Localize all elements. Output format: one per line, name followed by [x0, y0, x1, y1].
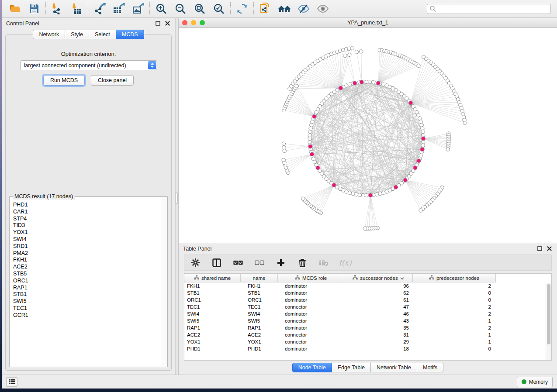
cell-name[interactable]: ACE2: [241, 331, 278, 338]
cell-name[interactable]: TEC1: [241, 303, 278, 310]
cell-name[interactable]: SWI4: [241, 310, 278, 317]
mcds-hub-node[interactable]: [360, 80, 363, 84]
network-node[interactable]: [310, 123, 313, 127]
network-node[interactable]: [350, 46, 354, 50]
zoom-selected-icon[interactable]: [209, 2, 228, 16]
mcds-hub-node[interactable]: [369, 193, 373, 197]
mcds-result-item[interactable]: RAP1: [13, 285, 161, 292]
cell-predecessor-nodes[interactable]: 0: [413, 289, 496, 296]
network-node[interactable]: [421, 127, 424, 130]
mcds-result-item[interactable]: ACE2: [13, 264, 161, 271]
cell-mcds-role[interactable]: dominator: [278, 282, 344, 289]
refresh-layout-icon[interactable]: [232, 2, 252, 16]
export-image-icon[interactable]: [128, 2, 148, 16]
cell-name[interactable]: YOX1: [241, 338, 278, 345]
deselect-all-checkboxes-icon[interactable]: [255, 258, 264, 268]
table-row[interactable]: FKH1FKH1dominator962: [184, 282, 551, 289]
cell-predecessor-nodes[interactable]: 2: [413, 303, 496, 310]
tab-node-table[interactable]: Node Table: [292, 363, 332, 372]
cell-mcds-role[interactable]: dominator: [278, 310, 344, 317]
cell-predecessor-nodes[interactable]: 0: [413, 296, 496, 303]
optimization-criterion-select[interactable]: largest connected component (undirected): [20, 60, 157, 70]
cell-name[interactable]: RAP1: [241, 324, 278, 331]
network-node[interactable]: [368, 80, 372, 84]
network-node[interactable]: [420, 123, 423, 127]
cell-shared-name[interactable]: ACE2: [184, 331, 241, 338]
run-mcds-button[interactable]: Run MCDS: [43, 75, 85, 86]
close-panel-icon[interactable]: [164, 20, 171, 27]
mcds-hub-node[interactable]: [316, 166, 320, 170]
cell-predecessor-nodes[interactable]: 1: [413, 338, 496, 345]
mcds-hub-node[interactable]: [403, 178, 407, 182]
cell-shared-name[interactable]: SWI5: [184, 317, 241, 324]
mcds-hub-node[interactable]: [422, 137, 426, 141]
zoom-fit-icon[interactable]: [190, 2, 209, 16]
cell-name[interactable]: ORC1: [241, 296, 278, 303]
close-window-icon[interactable]: [182, 20, 187, 25]
mcds-hub-node[interactable]: [413, 166, 417, 170]
mcds-hub-node[interactable]: [310, 152, 314, 156]
cell-mcds-role[interactable]: connector: [278, 303, 344, 310]
network-node[interactable]: [421, 130, 425, 134]
table-options-gear-icon[interactable]: [190, 258, 200, 268]
network-node[interactable]: [283, 149, 286, 152]
table-row[interactable]: STB1STB1dominator620: [184, 289, 551, 296]
tab-motifs[interactable]: Motifs: [417, 363, 443, 372]
first-neighbors-icon[interactable]: [275, 2, 294, 16]
cell-successor-nodes[interactable]: 62: [344, 289, 413, 296]
column-header-successor-nodes[interactable]: successor nodes: [344, 274, 413, 282]
table-row[interactable]: RAP1RAP1dominator352: [184, 324, 551, 331]
cell-predecessor-nodes[interactable]: 2: [413, 324, 496, 331]
network-node[interactable]: [382, 191, 385, 194]
table-row[interactable]: SWI4SWI4dominator462: [184, 310, 551, 317]
network-node[interactable]: [363, 227, 367, 230]
hide-selected-icon[interactable]: [294, 2, 313, 16]
mcds-hub-node[interactable]: [394, 185, 398, 189]
cell-predecessor-nodes[interactable]: 0: [413, 345, 496, 352]
delete-column-icon[interactable]: [298, 258, 307, 268]
mcds-result-item[interactable]: GCR1: [13, 312, 161, 319]
network-node[interactable]: [309, 127, 312, 130]
network-node[interactable]: [358, 193, 361, 196]
table-row[interactable]: ORC1ORC1dominator610: [184, 296, 551, 303]
search-field[interactable]: [427, 4, 551, 14]
cell-successor-nodes[interactable]: 96: [344, 282, 413, 289]
cell-shared-name[interactable]: SWI4: [184, 310, 241, 317]
mcds-result-item[interactable]: SRD1: [13, 243, 161, 250]
cell-mcds-role[interactable]: dominator: [278, 345, 344, 352]
network-node[interactable]: [308, 130, 312, 134]
network-node[interactable]: [421, 144, 425, 147]
mcds-result-item[interactable]: FKH1: [13, 257, 161, 264]
select-all-checkboxes-icon[interactable]: [233, 258, 243, 268]
tab-edge-table[interactable]: Edge Table: [332, 363, 371, 372]
memory-button[interactable]: Memory: [517, 377, 553, 387]
network-node[interactable]: [419, 120, 422, 124]
cell-shared-name[interactable]: FKH1: [184, 282, 241, 289]
tab-select[interactable]: Select: [89, 30, 116, 39]
import-network-icon[interactable]: [48, 2, 67, 16]
table-scrollbar-thumb[interactable]: [547, 284, 550, 344]
tab-network-table[interactable]: Network Table: [371, 363, 417, 372]
open-file-icon[interactable]: [5, 2, 24, 16]
mcds-result-item[interactable]: TID3: [13, 222, 161, 229]
network-node[interactable]: [361, 193, 365, 197]
table-row[interactable]: PHD1PHD1dominator180: [184, 345, 551, 352]
maximize-window-icon[interactable]: [200, 20, 205, 25]
tab-style[interactable]: Style: [65, 30, 89, 39]
column-layout-icon[interactable]: [212, 258, 221, 268]
table-row[interactable]: TEC1TEC1connector472: [184, 303, 551, 310]
close-panel-icon[interactable]: [546, 245, 553, 252]
network-node[interactable]: [372, 80, 375, 84]
float-panel-icon[interactable]: [154, 20, 161, 27]
network-node[interactable]: [295, 84, 298, 88]
panel-splitter[interactable]: [175, 18, 178, 375]
cell-mcds-role[interactable]: dominator: [278, 289, 344, 296]
mcds-result-item[interactable]: STB1: [13, 291, 161, 298]
cell-successor-nodes[interactable]: 43: [344, 317, 413, 324]
export-table-icon[interactable]: [109, 2, 128, 16]
network-node[interactable]: [417, 64, 420, 67]
cell-name[interactable]: PHD1: [241, 345, 278, 352]
cell-successor-nodes[interactable]: 35: [344, 324, 413, 331]
cell-shared-name[interactable]: YOX1: [184, 338, 241, 345]
network-node[interactable]: [354, 193, 358, 196]
